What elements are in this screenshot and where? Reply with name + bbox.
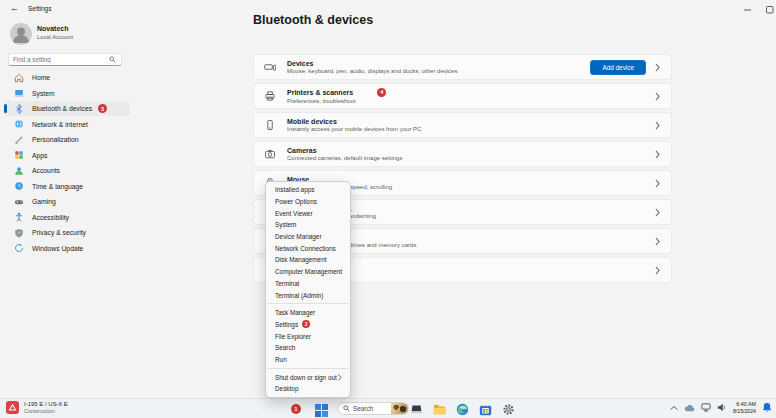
edge-icon[interactable]	[455, 402, 470, 417]
sidebar-item-accessibility[interactable]: Accessibility	[4, 210, 130, 225]
update-icon	[14, 243, 24, 253]
sidebar-item-time-language[interactable]: Time & language	[4, 179, 130, 194]
chevron-right-icon	[655, 120, 661, 130]
menu-item-computer-management[interactable]: Computer Management	[266, 266, 350, 278]
menu-item-settings[interactable]: Settings2	[266, 319, 350, 331]
taskbar: I-195 E / US-6 E Construction 1 Search	[0, 398, 776, 418]
traffic-incident-icon	[6, 401, 19, 414]
avatar[interactable]	[10, 23, 32, 45]
chevron-right-icon	[655, 91, 661, 101]
chevron-right-icon	[655, 207, 661, 217]
onedrive-icon[interactable]	[684, 404, 695, 412]
gamepad-icon	[14, 197, 24, 207]
menu-item-device-manager[interactable]: Device Manager	[266, 231, 350, 243]
system-tray: 6:40 AM 8/15/2024	[664, 401, 772, 414]
camera-icon	[264, 148, 276, 160]
menu-item-power-options[interactable]: Power Options	[266, 196, 350, 208]
menu-separator	[267, 303, 349, 304]
notification-bell-icon[interactable]	[762, 402, 772, 413]
file-explorer-icon[interactable]	[432, 402, 447, 417]
volume-icon[interactable]	[717, 403, 726, 412]
user-account-type: Local Account	[37, 34, 73, 40]
printer-icon	[264, 90, 276, 102]
settings-gear-icon[interactable]	[501, 402, 516, 417]
network-tray-icon[interactable]	[701, 403, 711, 412]
chevron-right-icon	[655, 62, 661, 72]
menu-item-terminal[interactable]: Terminal	[266, 278, 350, 290]
sidebar-item-privacy-security[interactable]: Privacy & security	[4, 225, 130, 240]
page-title: Bluetooth & devices	[253, 13, 373, 27]
menu-item-network-connections[interactable]: Network Connections	[266, 242, 350, 254]
winx-context-menu: Installed apps Power Options Event Viewe…	[265, 181, 351, 398]
sidebar-item-personalization[interactable]: Personalization	[4, 132, 130, 147]
chevron-right-icon	[655, 236, 661, 246]
minimize-button[interactable]	[744, 6, 752, 14]
sidebar-item-system[interactable]: System	[4, 86, 130, 101]
annotation-badge-1: 1	[291, 404, 301, 414]
back-icon[interactable]: ←	[10, 3, 19, 13]
menu-item-system[interactable]: System	[266, 219, 350, 231]
start-button[interactable]	[315, 403, 328, 418]
settings-row-printers-scanners[interactable]: Printers & scanners4 Preferences, troubl…	[253, 83, 672, 109]
accessibility-icon	[14, 212, 24, 222]
settings-row-devices[interactable]: Devices Mouse, keyboard, pen, audio, dis…	[253, 54, 672, 80]
personalization-icon	[14, 135, 24, 145]
search-highlight-thumbnail[interactable]	[391, 402, 408, 415]
menu-item-terminal-admin[interactable]: Terminal (Admin)	[266, 289, 350, 301]
widget-headline: I-195 E / US-6 E	[24, 401, 68, 407]
submenu-chevron-icon	[338, 374, 342, 381]
menu-item-desktop[interactable]: Desktop	[266, 383, 350, 395]
pinned-apps	[409, 402, 524, 417]
annotation-badge-4: 4	[377, 88, 386, 97]
sidebar-item-accounts[interactable]: Accounts	[4, 163, 130, 178]
clock-time: 6:40 AM	[733, 401, 756, 408]
menu-item-shut-down-or-sign-out[interactable]: Shut down or sign out	[266, 371, 350, 383]
search-icon	[343, 405, 350, 412]
shield-icon	[14, 228, 24, 238]
maximize-button[interactable]	[766, 6, 774, 14]
laptop-app-icon[interactable]	[409, 402, 424, 417]
menu-item-file-explorer[interactable]: File Explorer	[266, 330, 350, 342]
user-name: Novatech	[37, 25, 69, 32]
sidebar-item-home[interactable]: Home	[4, 70, 130, 85]
menu-item-disk-management[interactable]: Disk Management	[266, 254, 350, 266]
sidebar-item-windows-update[interactable]: Windows Update	[4, 241, 130, 256]
settings-titlebar: ← Settings	[0, 0, 776, 18]
search-icon	[109, 56, 116, 63]
widgets-button[interactable]: I-195 E / US-6 E Construction	[6, 401, 68, 414]
menu-item-run[interactable]: Run	[266, 354, 350, 366]
sidebar-item-apps[interactable]: Apps	[4, 148, 130, 163]
devices-icon	[264, 61, 276, 73]
menu-item-task-manager[interactable]: Task Manager	[266, 307, 350, 319]
clock-date: 8/15/2024	[733, 408, 756, 415]
settings-search-input[interactable]	[9, 56, 109, 63]
home-icon	[14, 73, 24, 83]
sidebar-item-network-internet[interactable]: Network & internet	[4, 117, 130, 132]
sidebar-nav: Home System Bluetooth & devices 3 Networ…	[4, 70, 130, 256]
add-device-button[interactable]: Add device	[590, 60, 646, 75]
chevron-right-icon	[655, 178, 661, 188]
chevron-right-icon	[655, 265, 661, 275]
accounts-icon	[14, 166, 24, 176]
taskbar-clock[interactable]: 6:40 AM 8/15/2024	[733, 401, 756, 414]
menu-item-search[interactable]: Search	[266, 342, 350, 354]
widget-subtext: Construction	[24, 408, 68, 414]
network-icon	[14, 119, 24, 129]
system-icon	[14, 88, 24, 98]
menu-item-event-viewer[interactable]: Event Viewer	[266, 207, 350, 219]
window-title: Settings	[28, 5, 52, 12]
taskbar-search-placeholder: Search	[353, 405, 391, 412]
annotation-badge-2: 2	[302, 320, 310, 328]
settings-search[interactable]	[8, 53, 122, 66]
desktop: ← Settings Novatech Local Account Home S…	[0, 0, 776, 418]
sidebar-item-gaming[interactable]: Gaming	[4, 194, 130, 209]
settings-row-cameras[interactable]: Cameras Connected cameras, default image…	[253, 141, 672, 167]
phone-icon	[264, 119, 276, 131]
menu-item-installed-apps[interactable]: Installed apps	[266, 184, 350, 196]
sidebar-item-bluetooth-devices[interactable]: Bluetooth & devices 3	[4, 101, 130, 116]
store-icon[interactable]	[478, 402, 493, 417]
settings-row-mobile-devices[interactable]: Mobile devices Instantly access your mob…	[253, 112, 672, 138]
taskbar-search-box[interactable]: Search	[337, 402, 409, 415]
bluetooth-icon	[14, 104, 24, 114]
tray-chevron-up-icon[interactable]	[670, 405, 678, 411]
